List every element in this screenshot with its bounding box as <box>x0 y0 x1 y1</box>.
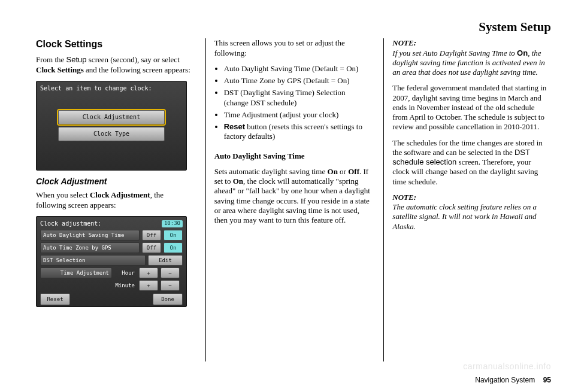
lbl-dst-sel: DST Selection <box>40 255 146 266</box>
text: Sets automatic daylight saving time <box>214 167 328 176</box>
text: When you select <box>36 190 90 199</box>
text: If you set Auto Daylight Saving Time to <box>392 48 517 57</box>
col2-intro: This screen allows you to set or adjust … <box>214 38 371 58</box>
text: button (resets this screen's settings to… <box>224 122 362 141</box>
text: or <box>338 167 348 176</box>
text: screen (second), say or select <box>87 55 180 64</box>
column-3: NOTE: If you set Auto Daylight Saving Ti… <box>383 38 551 361</box>
text: and the following screen appears: <box>84 65 190 74</box>
spacer <box>40 144 183 160</box>
screenshot-clock-adjustment: Clock adjustment: 10:30 Auto Daylight Sa… <box>36 216 187 307</box>
col3-p3: The federal government mandated that sta… <box>392 83 549 132</box>
li-auto-dst: Auto Daylight Saving Time (Default = On) <box>224 64 371 74</box>
on-label: On <box>233 177 243 186</box>
s2-header: Clock adjustment: 10:30 <box>40 220 183 228</box>
col3-p4: The schedules for the time changes are s… <box>392 138 549 187</box>
note-2: NOTE: The automatic clock setting featur… <box>392 193 549 232</box>
note-label: NOTE: <box>392 193 416 202</box>
page-footer: Navigation System 95 <box>475 376 551 385</box>
row-auto-tz: Auto Time Zone by GPS Off On <box>40 242 183 253</box>
page-number: 95 <box>543 376 551 384</box>
clock-adjustment-label: Clock Adjustment <box>90 190 150 199</box>
on-label: On <box>328 167 338 176</box>
column-2: This screen allows you to set or adjust … <box>205 38 373 361</box>
row-auto-dst: Auto Daylight Saving Time Off On <box>40 230 183 241</box>
lbl-hour: Hour <box>114 268 137 278</box>
hour-plus-button[interactable]: + <box>139 268 158 278</box>
clock-adjustment-option[interactable]: Clock Adjustment <box>58 110 165 124</box>
lbl-time-adj: Time Adjustment <box>40 268 112 278</box>
setup-label: Setup <box>66 55 87 64</box>
auto-dst-off-button[interactable]: Off <box>142 230 161 241</box>
clock-type-option[interactable]: Clock Type <box>58 127 165 141</box>
screenshot-select-item: Select an item to change clock: Clock Ad… <box>36 81 187 171</box>
lbl-auto-tz: Auto Time Zone by GPS <box>40 242 140 253</box>
lbl-auto-dst: Auto Daylight Saving Time <box>40 230 140 241</box>
clock-adjustment-heading: Clock Adjustment <box>36 177 192 187</box>
page-header: System Setup <box>34 19 551 35</box>
li-dst-sel: DST (Daylight Saving Time) Selection (ch… <box>224 88 371 108</box>
li-time-adj: Time Adjustment (adjust your clock) <box>224 110 371 120</box>
text: The automatic clock setting feature reli… <box>392 202 537 231</box>
li-auto-tz: Auto Time Zone by GPS (Default = On) <box>224 76 371 86</box>
row-dst-sel: DST Selection Edit <box>40 255 183 266</box>
s1-title: Select an item to change clock: <box>40 85 183 93</box>
manual-page: System Setup Clock Settings From the Set… <box>0 0 575 392</box>
dst-edit-button[interactable]: Edit <box>148 255 183 266</box>
row-time-adj-min: Minute + − <box>40 280 183 291</box>
note-label: NOTE: <box>392 38 416 47</box>
clock-settings-intro: From the Setup screen (second), say or s… <box>36 55 192 75</box>
s2-title: Clock adjustment: <box>40 220 101 228</box>
reset-button[interactable]: Reset <box>40 293 70 305</box>
auto-tz-off-button[interactable]: Off <box>142 242 161 253</box>
footer-label: Navigation System <box>475 376 535 384</box>
clock-time: 10:30 <box>162 220 183 227</box>
columns: Clock Settings From the Setup screen (se… <box>34 38 551 361</box>
row-time-adj-hour: Time Adjustment Hour + − <box>40 268 183 278</box>
on-label: On <box>517 48 528 57</box>
note-1: NOTE: If you set Auto Daylight Saving Ti… <box>392 38 549 77</box>
clock-settings-label: Clock Settings <box>36 65 84 74</box>
s2-bottom: Reset Done <box>40 293 183 305</box>
done-button[interactable]: Done <box>153 293 183 305</box>
auto-dst-subhead: Auto Daylight Saving Time <box>214 151 371 161</box>
auto-tz-on-button[interactable]: On <box>164 242 183 253</box>
minute-plus-button[interactable]: + <box>139 280 158 291</box>
col2-list: Auto Daylight Saving Time (Default = On)… <box>214 64 371 144</box>
off-label: Off <box>348 167 359 176</box>
auto-dst-on-button[interactable]: On <box>164 230 183 241</box>
li-reset: Reset button (resets this screen's setti… <box>224 122 371 142</box>
clock-adjustment-intro: When you select Clock Adjustment, the fo… <box>36 190 192 210</box>
hour-minus-button[interactable]: − <box>161 268 180 278</box>
auto-dst-body: Sets automatic daylight saving time On o… <box>214 167 371 226</box>
minute-minus-button[interactable]: − <box>161 280 180 291</box>
clock-settings-heading: Clock Settings <box>36 38 192 50</box>
column-1: Clock Settings From the Setup screen (se… <box>34 38 195 361</box>
watermark: carmanualsonline.info <box>463 361 551 372</box>
reset-label: Reset <box>224 122 245 131</box>
text: From the <box>36 55 66 64</box>
lbl-minute: Minute <box>114 281 137 290</box>
